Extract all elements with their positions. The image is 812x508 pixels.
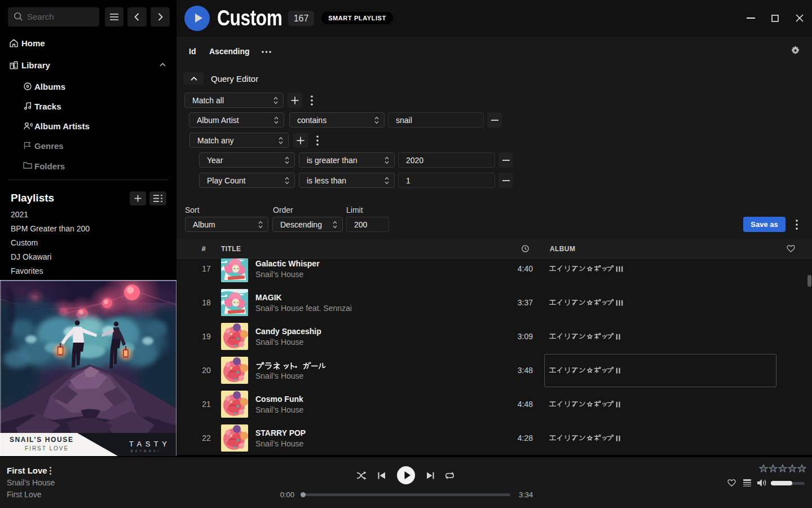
svg-text:SNAIL’S HOUSE: SNAIL’S HOUSE xyxy=(10,436,73,444)
svg-text:BSTMRXI: BSTMRXI xyxy=(131,449,161,453)
svg-text:TASTY: TASTY xyxy=(129,440,170,448)
svg-text:FIRST LOVE: FIRST LOVE xyxy=(25,445,69,452)
